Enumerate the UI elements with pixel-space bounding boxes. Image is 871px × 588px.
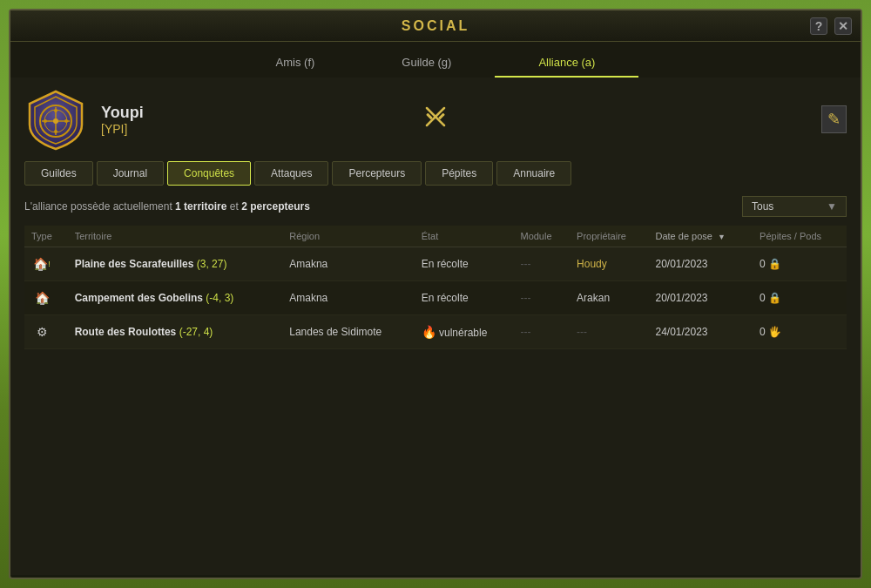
status-bar: L'alliance possède actuellement 1 territ…	[24, 196, 847, 217]
cell-etat: 🔥 vulnérable	[415, 315, 514, 349]
col-territoire: Territoire	[68, 226, 283, 247]
territory-coords: (-27, 4)	[179, 326, 213, 338]
cell-pepites: 0 🔒	[753, 247, 847, 281]
territories-count: 1 territoire	[175, 200, 226, 213]
title-bar: SOCIAL ? ✕	[10, 10, 861, 42]
table-row: 🏠! Plaine des Scarafeuilles (3, 27) Amak…	[24, 247, 847, 281]
svg-point-5	[54, 109, 57, 112]
help-button[interactable]: ?	[810, 17, 827, 35]
col-region: Région	[282, 226, 414, 247]
cell-region: Landes de Sidimote	[282, 315, 414, 349]
conquetes-table: Type Territoire Région État Module Propr…	[24, 226, 847, 349]
cell-type: 🏠!	[24, 247, 68, 281]
cell-pepites: 0 🔒	[753, 281, 847, 315]
cell-etat: En récolte	[415, 281, 514, 315]
filter-dropdown[interactable]: Tous ▼	[742, 196, 847, 217]
subtab-conquetes[interactable]: Conquêtes	[167, 161, 251, 186]
territory-name: Plaine des Scarafeuilles	[75, 258, 194, 270]
alliance-tag: [YPI]	[101, 122, 144, 136]
territory-coords: (-4, 3)	[206, 292, 233, 304]
cell-date: 24/01/2023	[648, 315, 753, 349]
subtab-guildes[interactable]: Guildes	[24, 161, 93, 186]
cell-proprietaire: Arakan	[570, 281, 648, 315]
type-icon: ⚙	[31, 321, 52, 342]
alliance-logo	[24, 88, 87, 151]
alliance-info: Youpi [YPI]	[101, 104, 144, 136]
status-text: L'alliance possède actuellement 1 territ…	[24, 200, 310, 213]
cell-type: 🏠	[24, 281, 68, 315]
owner-name: Arakan	[577, 292, 610, 304]
cell-type: ⚙	[24, 315, 68, 349]
cell-etat: En récolte	[415, 247, 514, 281]
cell-region: Amakna	[282, 247, 414, 281]
alliance-center-icon	[422, 103, 449, 136]
subtab-journal[interactable]: Journal	[97, 161, 164, 186]
col-pepites-pods: Pépites / Pods	[753, 226, 847, 247]
cell-module: ---	[513, 247, 570, 281]
svg-point-4	[53, 118, 58, 124]
type-icon: 🏠	[31, 287, 52, 308]
subtab-annuaire[interactable]: Annuaire	[496, 161, 571, 186]
cell-date: 20/01/2023	[648, 281, 753, 315]
modal-window: SOCIAL ? ✕ Amis (f) Guilde (g) Alliance …	[9, 9, 862, 579]
lock-icon: 🔒	[768, 258, 781, 270]
col-type: Type	[24, 226, 68, 247]
cell-module: ---	[513, 281, 570, 315]
status-prefix: L'alliance possède actuellement	[24, 200, 175, 213]
table-row: 🏠 Campement des Gobelins (-4, 3) Amakna …	[24, 281, 847, 315]
subtab-percepteurs[interactable]: Percepteurs	[332, 161, 422, 186]
cell-date: 20/01/2023	[648, 247, 753, 281]
status-middle: et	[226, 200, 241, 213]
percepteurs-count: 2 percepteurs	[241, 200, 310, 213]
cell-territoire: Plaine des Scarafeuilles (3, 27)	[68, 247, 283, 281]
filter-label: Tous	[752, 200, 773, 213]
col-etat: État	[415, 226, 514, 247]
table-row: ⚙ Route des Roulottes (-27, 4) Landes de…	[24, 315, 847, 349]
owner-name: Houdy	[577, 258, 607, 270]
col-date-pose[interactable]: Date de pose ▼	[648, 226, 753, 247]
cell-territoire: Campement des Gobelins (-4, 3)	[68, 281, 283, 315]
svg-point-7	[44, 119, 47, 123]
cell-region: Amakna	[282, 281, 414, 315]
col-proprietaire: Propriétaire	[570, 226, 648, 247]
dropdown-arrow-icon: ▼	[827, 200, 837, 213]
lock-icon: 🔒	[768, 292, 781, 304]
cell-module: ---	[513, 315, 570, 349]
subtab-attaques[interactable]: Attaques	[254, 161, 328, 186]
type-icon: 🏠!	[31, 253, 52, 274]
vulnerable-icon: 🔥	[422, 325, 436, 339]
tab-guilde[interactable]: Guilde (g)	[358, 49, 495, 78]
col-module: Module	[513, 226, 570, 247]
content-area: Youpi [YPI] ✎ Guildes Journal	[10, 78, 861, 575]
tab-alliance[interactable]: Alliance (a)	[495, 49, 638, 78]
window-title: SOCIAL	[402, 18, 469, 34]
territory-name: Campement des Gobelins	[75, 292, 203, 304]
cell-pepites: 0 🖐	[753, 315, 847, 349]
hand-icon: 🖐	[768, 326, 781, 338]
cell-proprietaire: ---	[570, 315, 648, 349]
sort-arrow-icon: ▼	[718, 233, 726, 241]
territory-coords: (3, 27)	[197, 258, 227, 270]
close-button[interactable]: ✕	[834, 17, 852, 35]
alliance-name: Youpi	[101, 104, 144, 122]
svg-point-8	[64, 119, 68, 123]
main-tabs: Amis (f) Guilde (g) Alliance (a)	[10, 42, 861, 78]
alliance-header: Youpi [YPI] ✎	[24, 88, 847, 151]
tab-amis[interactable]: Amis (f)	[233, 49, 359, 78]
alliance-edit-button[interactable]: ✎	[821, 105, 847, 133]
cell-proprietaire: Houdy	[570, 247, 648, 281]
subtab-pepites[interactable]: Pépites	[425, 161, 493, 186]
sub-tabs: Guildes Journal Conquêtes Attaques Perce…	[24, 161, 847, 186]
title-controls: ? ✕	[810, 17, 852, 35]
svg-point-6	[54, 130, 57, 133]
cell-territoire: Route des Roulottes (-27, 4)	[68, 315, 283, 349]
territory-name: Route des Roulottes	[75, 326, 177, 338]
